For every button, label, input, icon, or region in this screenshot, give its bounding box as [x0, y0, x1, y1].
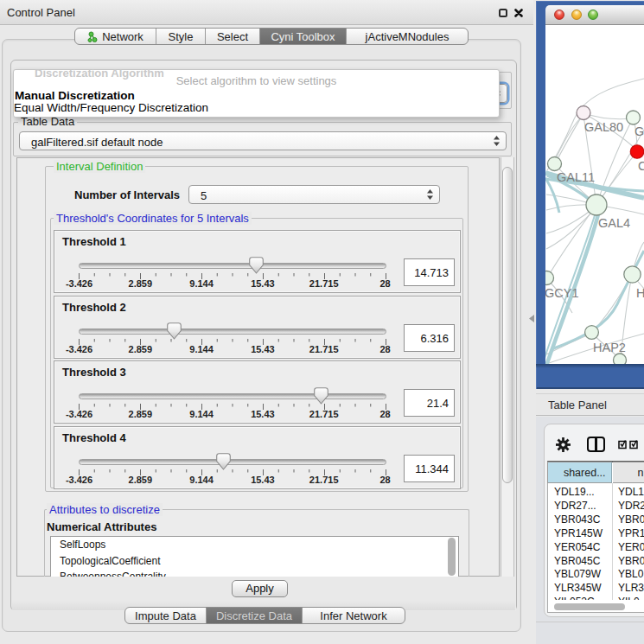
svg-text:GCY1: GCY1 — [545, 286, 579, 300]
svg-text:CD: CD — [638, 159, 644, 173]
svg-text:GAL80: GAL80 — [584, 120, 623, 134]
svg-text:GAL11: GAL11 — [557, 170, 595, 184]
svg-text:GAL4: GAL4 — [598, 216, 630, 230]
svg-text:HIS: HIS — [636, 286, 644, 300]
svg-text:HAP2: HAP2 — [593, 341, 626, 354]
svg-text:GA: GA — [634, 124, 644, 138]
